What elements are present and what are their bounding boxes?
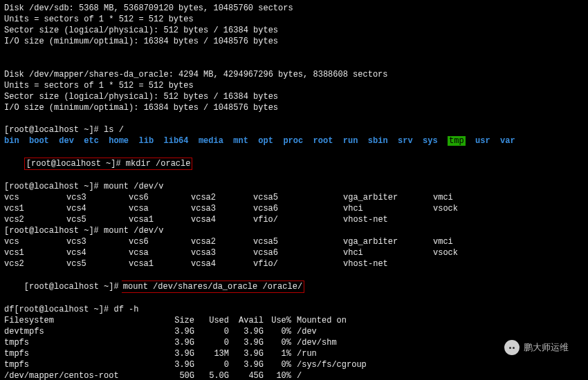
device-cell: vmci — [433, 192, 523, 203]
wechat-watermark: 鹏大师运维 — [504, 340, 569, 355]
dir-tmp: tmp — [448, 136, 466, 146]
disk-sector: Sector size (logical/physical): 512 byte… — [4, 91, 584, 102]
device-cell — [433, 258, 523, 269]
dir-srv: srv — [398, 136, 413, 146]
device-cell: vcsa1 — [129, 258, 191, 269]
dir-proc: proc — [283, 136, 303, 146]
device-cell: vcs — [4, 192, 66, 203]
dir-run: run — [343, 136, 358, 146]
device-cell: vfio/ — [253, 214, 343, 225]
device-cell: vmci — [433, 236, 523, 247]
cmd-mount1b[interactable]: [root@localhost ~]# mount /dev/v — [4, 225, 584, 236]
dir-opt: opt — [258, 136, 273, 146]
device-row: vcs2vcs5vcsa1vcsa4vfio/vhost-net — [4, 258, 584, 269]
device-cell: vcsa6 — [253, 247, 343, 258]
dir-usr: usr — [475, 136, 490, 146]
dir-root: root — [313, 136, 333, 146]
device-cell: vcs5 — [66, 214, 129, 225]
disk-io: I/O size (minimum/optimal): 16384 bytes … — [4, 102, 584, 113]
device-cell: vcsa4 — [191, 214, 253, 225]
dir-boot: boot — [29, 136, 49, 146]
device-cell: vcs4 — [66, 247, 129, 258]
device-cell: vcs3 — [66, 236, 129, 247]
device-cell: vcsa5 — [253, 236, 343, 247]
device-cell: vcsa — [129, 247, 191, 258]
dir-dev: dev — [59, 136, 74, 146]
cmd-mkdir: [root@localhost ~]# mkdir /oracle — [4, 146, 584, 181]
device-cell: vga_arbiter — [343, 236, 433, 247]
dir-sbin: sbin — [368, 136, 388, 146]
device-cell: vcsa3 — [191, 203, 253, 214]
cmd-ls[interactable]: [root@localhost ~]# ls / — [4, 124, 584, 135]
df-row: devtmpfs3.9G03.9G0%/dev — [4, 326, 584, 337]
device-cell: vcs2 — [4, 258, 66, 269]
dir-lib64: lib64 — [164, 136, 189, 146]
device-cell: vcsa2 — [191, 236, 253, 247]
device-cell: vcsa3 — [191, 247, 253, 258]
watermark-text: 鹏大师运维 — [524, 342, 569, 353]
disk-header: Disk /dev/mapper/shares-da_oracle: 4294 … — [4, 69, 584, 80]
disk-header: Disk /dev/sdb: 5368 MB, 5368709120 bytes… — [4, 3, 584, 14]
device-row: vcsvcs3vcs6vcsa2vcsa5vga_arbitervmci — [4, 192, 584, 203]
device-cell: vhci — [343, 247, 433, 258]
df-row: tmpfs3.9G03.9G0%/dev/shm — [4, 337, 584, 348]
dir-etc: etc — [84, 136, 99, 146]
device-cell: vcs5 — [66, 258, 129, 269]
device-cell: vcsa6 — [253, 203, 343, 214]
dir-home: home — [109, 136, 129, 146]
device-row: vcs1vcs4vcsavcsa3vcsa6vhcivsock — [4, 203, 584, 214]
dir-lib: lib — [138, 136, 154, 146]
disk-sector: Sector size (logical/physical): 512 byte… — [4, 25, 584, 36]
device-cell: vga_arbiter — [343, 192, 433, 203]
device-row: vcs2vcs5vcsa1vcsa4vfio/vhost-net — [4, 214, 584, 225]
disk-io: I/O size (minimum/optimal): 16384 bytes … — [4, 36, 584, 47]
disk-units: Units = sectors of 1 * 512 = 512 bytes — [4, 14, 584, 25]
device-cell: vhci — [343, 203, 433, 214]
cmd-df[interactable]: df[root@localhost ~]# df -h — [4, 304, 584, 315]
device-cell: vsock — [433, 203, 523, 214]
device-cell: vcs3 — [66, 192, 129, 203]
device-cell: vcs6 — [129, 192, 191, 203]
cmd-mount2: [root@localhost ~]# mount /dev/shares/da… — [4, 269, 584, 304]
device-cell: vcs1 — [4, 203, 66, 214]
terminal-output: Disk /dev/sdb: 5368 MB, 5368709120 bytes… — [0, 0, 588, 380]
device-cell: vcs1 — [4, 247, 66, 258]
df-row: tmpfs3.9G03.9G0%/sys/fs/cgroup — [4, 359, 584, 370]
cmd-mount1[interactable]: [root@localhost ~]# mount /dev/v — [4, 181, 584, 192]
dir-media: media — [199, 136, 223, 146]
device-cell: vfio/ — [253, 258, 343, 269]
device-cell: vhost-net — [343, 214, 433, 225]
device-row: vcsvcs3vcs6vcsa2vcsa5vga_arbitervmci — [4, 236, 584, 247]
device-cell: vcs4 — [66, 203, 129, 214]
wechat-icon — [504, 340, 520, 355]
device-cell — [433, 214, 523, 225]
device-cell: vcsa4 — [191, 258, 253, 269]
dir-var: var — [500, 136, 515, 146]
df-row: tmpfs3.9G13M3.9G1%/run — [4, 348, 584, 359]
dir-bin: bin — [4, 136, 19, 146]
dir-sys: sys — [423, 136, 438, 146]
device-cell: vcs6 — [129, 236, 191, 247]
device-cell: vcs2 — [4, 214, 66, 225]
device-cell: vcsa5 — [253, 192, 343, 203]
ls-result: bin boot dev etc home lib lib64 media mn… — [4, 135, 584, 146]
df-row: /dev/mapper/centos-root50G5.0G45G10%/ — [4, 370, 584, 380]
device-cell: vsock — [433, 247, 523, 258]
device-cell: vcsa2 — [191, 192, 253, 203]
device-cell: vcsa — [129, 203, 191, 214]
df-header: FilesystemSizeUsedAvailUse%Mounted on — [4, 315, 584, 326]
device-cell: vhost-net — [343, 258, 433, 269]
disk-units: Units = sectors of 1 * 512 = 512 bytes — [4, 80, 584, 91]
device-row: vcs1vcs4vcsavcsa3vcsa6vhcivsock — [4, 247, 584, 258]
dir-mnt: mnt — [233, 136, 248, 146]
device-cell: vcsa1 — [129, 214, 191, 225]
device-cell: vcs — [4, 236, 66, 247]
